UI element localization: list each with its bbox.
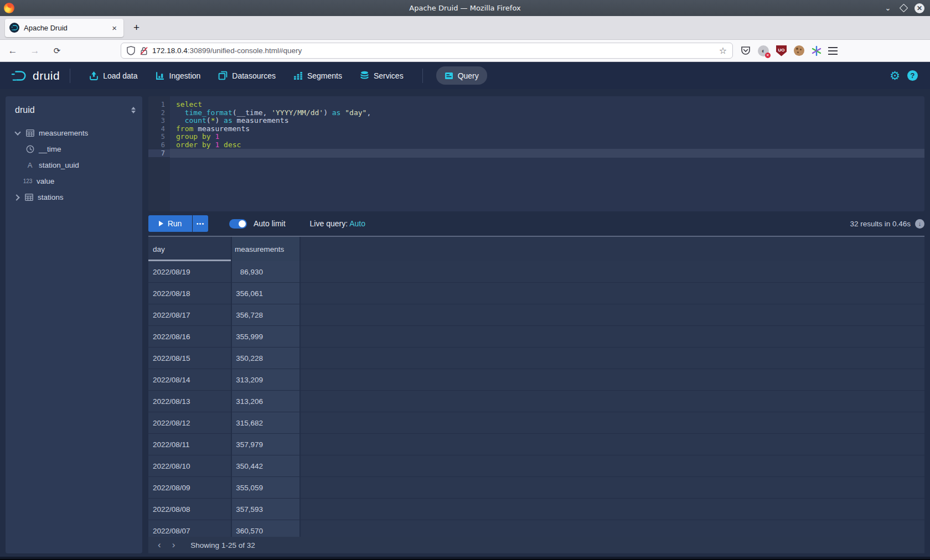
- nav-item-segments[interactable]: Segments: [285, 62, 351, 89]
- live-query-value: Auto: [349, 219, 365, 228]
- cell-day[interactable]: 2022/08/19: [148, 261, 232, 282]
- settings-gear-icon[interactable]: ⚙: [890, 69, 900, 82]
- chevron-down-icon[interactable]: [14, 129, 20, 135]
- cell-measurements[interactable]: 355,999: [232, 326, 301, 347]
- cell-measurements[interactable]: 355,059: [232, 477, 301, 498]
- window-minimize-icon[interactable]: ⌄: [883, 3, 893, 13]
- cell-measurements[interactable]: 360,570: [232, 520, 301, 537]
- run-bar: Run ••• Auto limit Live query: Auto 32 r…: [148, 211, 924, 236]
- sql-editor[interactable]: 1 2 3 4 5 6 7 select time_format(__time,…: [148, 96, 924, 211]
- cell-day[interactable]: 2022/08/11: [148, 434, 232, 455]
- tracking-shield-icon[interactable]: [127, 46, 135, 55]
- nav-separator: [70, 69, 70, 83]
- cell-day[interactable]: 2022/08/13: [148, 391, 232, 412]
- multi-account-icon[interactable]: [812, 46, 822, 56]
- download-icon[interactable]: ↓: [915, 219, 924, 229]
- nav-item-datasources[interactable]: Datasources: [209, 62, 285, 89]
- page-next-icon[interactable]: ›: [167, 540, 181, 551]
- cell-measurements[interactable]: 86,930: [232, 261, 301, 282]
- nav-item-services[interactable]: Services: [351, 62, 412, 89]
- cell-measurements[interactable]: 315,682: [232, 412, 301, 433]
- table-row: 2022/08/1986,930: [148, 261, 924, 283]
- schema-tree: measurements __time A station_uuid 123 v…: [6, 125, 142, 205]
- cell-measurements[interactable]: 357,593: [232, 499, 301, 520]
- tree-item-label: measurements: [39, 129, 88, 137]
- live-query-label[interactable]: Live query: Auto: [310, 219, 365, 228]
- new-tab-button[interactable]: +: [133, 22, 140, 34]
- menu-hamburger-icon[interactable]: [828, 47, 838, 55]
- cell-day[interactable]: 2022/08/17: [148, 304, 232, 325]
- cell-day[interactable]: 2022/08/16: [148, 326, 232, 347]
- nav-item-ingestion[interactable]: Ingestion: [147, 62, 210, 89]
- tree-item-stations[interactable]: stations: [6, 189, 142, 205]
- help-icon[interactable]: ?: [907, 70, 918, 81]
- nav-item-label: Services: [374, 71, 404, 80]
- cell-measurements[interactable]: 350,228: [232, 348, 301, 369]
- tree-item-station-uuid[interactable]: A station_uuid: [6, 157, 142, 173]
- tab-apache-druid[interactable]: Apache Druid ×: [5, 19, 123, 37]
- services-icon: [360, 71, 369, 80]
- nav-item-label: Query: [458, 71, 479, 80]
- auto-limit-toggle[interactable]: [229, 219, 247, 229]
- window-maximize-icon[interactable]: [900, 4, 908, 13]
- tree-item-time[interactable]: __time: [6, 141, 142, 157]
- run-button[interactable]: Run: [148, 215, 192, 232]
- cell-measurements[interactable]: 356,061: [232, 283, 301, 304]
- window-close-icon[interactable]: ✕: [914, 3, 924, 13]
- cell-day[interactable]: 2022/08/18: [148, 283, 232, 304]
- string-type-icon: A: [25, 161, 35, 169]
- table-icon: [25, 129, 35, 137]
- line-number: 4: [148, 125, 170, 133]
- cell-day[interactable]: 2022/08/09: [148, 477, 232, 498]
- console-content: druid measurements __time A sta: [0, 89, 930, 560]
- code-line: select: [170, 101, 924, 109]
- table-row: 2022/08/10350,442: [148, 455, 924, 477]
- pocket-icon[interactable]: [741, 46, 751, 56]
- code-line: count(*) as measurements: [170, 117, 924, 125]
- bookmark-star-icon[interactable]: ☆: [719, 45, 727, 56]
- column-header-measurements[interactable]: measurements: [232, 237, 301, 261]
- ublock-origin-icon[interactable]: UO: [776, 45, 787, 56]
- tab-close-icon[interactable]: ×: [110, 23, 119, 33]
- nav-item-load-data[interactable]: Load data: [80, 62, 146, 89]
- cell-measurements[interactable]: 313,206: [232, 391, 301, 412]
- nav-item-label: Segments: [307, 71, 342, 80]
- insecure-lock-icon[interactable]: [140, 46, 148, 55]
- segments-icon: [293, 71, 303, 80]
- cell-measurements[interactable]: 357,979: [232, 434, 301, 455]
- cell-measurements[interactable]: 313,209: [232, 369, 301, 390]
- url-text[interactable]: 172.18.0.4:30899/unified-console.html#qu…: [152, 46, 719, 55]
- code-line-cursor: [170, 149, 924, 158]
- reload-icon[interactable]: ⟳: [49, 46, 65, 56]
- url-bar[interactable]: 172.18.0.4:30899/unified-console.html#qu…: [121, 43, 733, 59]
- schema-selector[interactable]: druid: [6, 102, 142, 118]
- tree-item-value[interactable]: 123 value: [6, 173, 142, 189]
- cell-day[interactable]: 2022/08/15: [148, 348, 232, 369]
- page-prev-icon[interactable]: ‹: [152, 540, 167, 551]
- column-header-day[interactable]: day: [148, 237, 232, 261]
- cell-measurements[interactable]: 350,442: [232, 455, 301, 476]
- editor-code[interactable]: select time_format(__time, 'YYYY/MM/dd')…: [170, 96, 924, 211]
- tree-item-measurements[interactable]: measurements: [6, 125, 142, 141]
- druid-logo[interactable]: druid: [11, 69, 60, 82]
- back-icon[interactable]: ←: [4, 45, 21, 56]
- table-row: 2022/08/08357,593: [148, 499, 924, 520]
- cell-day[interactable]: 2022/08/12: [148, 412, 232, 433]
- run-more-button[interactable]: •••: [193, 215, 208, 232]
- cell-day[interactable]: 2022/08/14: [148, 369, 232, 390]
- double-caret-icon[interactable]: [131, 107, 136, 113]
- cell-day[interactable]: 2022/08/10: [148, 455, 232, 476]
- extension-mask-icon[interactable]: ◐: [758, 45, 769, 56]
- cookie-extension-icon[interactable]: [794, 45, 804, 56]
- clock-icon: [25, 145, 35, 153]
- pagination-text: Showing 1-25 of 32: [190, 541, 255, 549]
- chevron-right-icon[interactable]: [13, 194, 19, 200]
- tree-item-label: __time: [39, 145, 61, 153]
- forward-icon[interactable]: →: [27, 45, 43, 56]
- nav-item-query-active[interactable]: Query: [436, 66, 487, 85]
- cell-day[interactable]: 2022/08/07: [148, 520, 232, 537]
- druid-favicon: [9, 23, 19, 33]
- nav-item-label: Datasources: [232, 71, 276, 80]
- cell-measurements[interactable]: 356,728: [232, 304, 301, 325]
- cell-day[interactable]: 2022/08/08: [148, 499, 232, 520]
